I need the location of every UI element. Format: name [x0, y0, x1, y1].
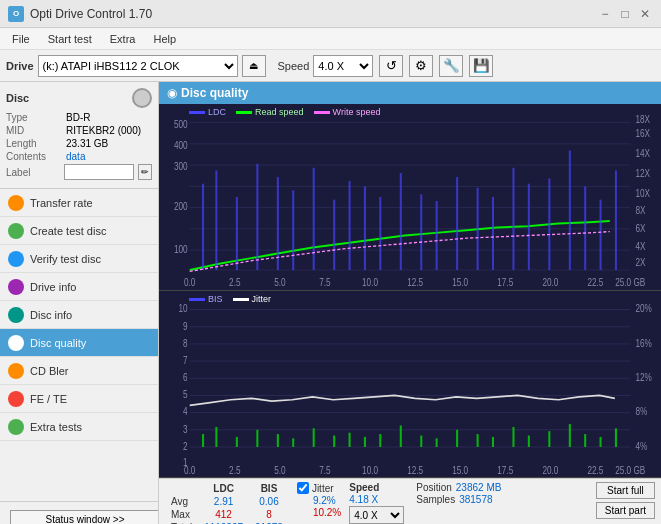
settings-button1[interactable]: ⚙ [409, 55, 433, 77]
app-icon: O [8, 6, 24, 22]
svg-text:4: 4 [183, 405, 188, 418]
svg-text:20%: 20% [635, 302, 652, 315]
svg-text:8%: 8% [635, 405, 647, 418]
sidebar-item-cd-bler[interactable]: CD Bler [0, 357, 158, 385]
svg-text:5: 5 [183, 388, 188, 401]
svg-text:8X: 8X [635, 204, 646, 216]
svg-text:22.5: 22.5 [587, 276, 603, 288]
sidebar-item-extra-tests[interactable]: Extra tests [0, 413, 158, 441]
sidebar-item-disc-info[interactable]: Disc info [0, 301, 158, 329]
menu-extra[interactable]: Extra [102, 31, 144, 47]
svg-rect-48 [456, 177, 458, 270]
status-window-button[interactable]: Status window >> [10, 510, 159, 524]
svg-rect-39 [292, 190, 294, 270]
extra-tests-icon [8, 419, 24, 435]
disc-icon [132, 88, 152, 108]
svg-text:17.5: 17.5 [497, 464, 513, 477]
menu-help[interactable]: Help [145, 31, 184, 47]
menu-file[interactable]: File [4, 31, 38, 47]
svg-rect-40 [313, 168, 315, 270]
svg-text:10.0: 10.0 [362, 276, 378, 288]
svg-rect-102 [349, 433, 351, 447]
refresh-button[interactable]: ↺ [379, 55, 403, 77]
sidebar-item-create-test-label: Create test disc [30, 225, 106, 237]
svg-text:7.5: 7.5 [319, 276, 330, 288]
sidebar-item-create-test-disc[interactable]: Create test disc [0, 217, 158, 245]
svg-rect-112 [528, 436, 530, 447]
svg-text:500: 500 [174, 118, 188, 130]
menu-start-test[interactable]: Start test [40, 31, 100, 47]
svg-rect-44 [379, 197, 381, 270]
svg-text:0.0: 0.0 [184, 464, 196, 477]
svg-text:0.0: 0.0 [184, 276, 195, 288]
speed-section: Speed 4.18 X 4.0 X [349, 482, 404, 524]
svg-rect-116 [600, 437, 602, 447]
stats-table: LDC BIS Avg 2.91 0.06 Max 412 8 Total [165, 482, 289, 524]
drive-select[interactable]: (k:) ATAPI iHBS112 2 CLOK [38, 55, 238, 77]
minimize-button[interactable]: − [597, 6, 613, 22]
speed-dropdown[interactable]: 4.0 X [349, 506, 404, 524]
toolbar: Drive (k:) ATAPI iHBS112 2 CLOK ⏏ Speed … [0, 50, 661, 82]
svg-rect-103 [364, 437, 366, 447]
disc-length-row: Length 23.31 GB [6, 138, 152, 149]
svg-rect-49 [477, 188, 479, 270]
verify-test-icon [8, 251, 24, 267]
create-test-icon [8, 223, 24, 239]
max-jitter: 10.2% [297, 507, 341, 518]
top-legend: LDC Read speed Write speed [189, 107, 380, 117]
svg-text:25.0 GB: 25.0 GB [615, 276, 645, 288]
disc-panel: Disc Type BD-R MID RITEKBR2 (000) Length… [0, 82, 158, 189]
eject-button[interactable]: ⏏ [242, 55, 266, 77]
cd-bler-icon [8, 363, 24, 379]
svg-rect-105 [400, 425, 402, 446]
save-button[interactable]: 💾 [469, 55, 493, 77]
write-legend-label: Write speed [333, 107, 381, 117]
disc-contents-value: data [66, 151, 152, 162]
sidebar-item-disc-quality[interactable]: Disc quality [0, 329, 158, 357]
chart-header: ◉ Disc quality [159, 82, 661, 104]
ldc-legend-color [189, 111, 205, 114]
sidebar-item-drive-info[interactable]: Drive info [0, 273, 158, 301]
svg-rect-98 [277, 434, 279, 447]
sidebar-item-fe-te[interactable]: FE / TE [0, 385, 158, 413]
svg-text:4X: 4X [635, 240, 646, 252]
fe-te-icon [8, 391, 24, 407]
position-row: Position 23862 MB [416, 482, 501, 493]
speed-select[interactable]: 4.0 X [313, 55, 373, 77]
close-button[interactable]: ✕ [637, 6, 653, 22]
svg-text:18X: 18X [635, 113, 650, 125]
disc-label-input[interactable] [64, 164, 134, 180]
bottom-chart: BIS Jitter [159, 291, 661, 478]
svg-text:2.5: 2.5 [229, 276, 240, 288]
chart-icon: ◉ [167, 86, 177, 100]
chart-title: Disc quality [181, 86, 248, 100]
label-edit-button[interactable]: ✏ [138, 164, 152, 180]
samples-value: 381578 [459, 494, 492, 505]
disc-mid-label: MID [6, 125, 66, 136]
svg-text:20.0: 20.0 [542, 464, 558, 477]
svg-rect-95 [215, 427, 217, 447]
sidebar-item-drive-info-label: Drive info [30, 281, 76, 293]
write-legend-color [314, 111, 330, 114]
titlebar-left: O Opti Drive Control 1.70 [8, 6, 152, 22]
transfer-rate-icon [8, 195, 24, 211]
start-part-button[interactable]: Start part [596, 502, 655, 519]
maximize-button[interactable]: □ [617, 6, 633, 22]
pos-value: 23862 MB [456, 482, 502, 493]
jitter-section: Jitter 9.2% 10.2% [297, 482, 341, 518]
sidebar-item-transfer-rate[interactable]: Transfer rate [0, 189, 158, 217]
settings-button2[interactable]: 🔧 [439, 55, 463, 77]
disc-header: Disc [6, 88, 152, 108]
bottom-legend: BIS Jitter [189, 294, 271, 304]
sidebar-item-fe-te-label: FE / TE [30, 393, 67, 405]
sidebar-item-verify-test-disc[interactable]: Verify test disc [0, 245, 158, 273]
svg-rect-109 [477, 434, 479, 447]
sidebar-item-verify-test-label: Verify test disc [30, 253, 101, 265]
jitter-checkbox[interactable] [297, 482, 309, 494]
start-full-button[interactable]: Start full [596, 482, 655, 499]
sidebar-item-cd-bler-label: CD Bler [30, 365, 69, 377]
svg-rect-96 [236, 437, 238, 447]
ldc-legend-label: LDC [208, 107, 226, 117]
svg-text:12.5: 12.5 [407, 276, 423, 288]
disc-mid-value: RITEKBR2 (000) [66, 125, 152, 136]
